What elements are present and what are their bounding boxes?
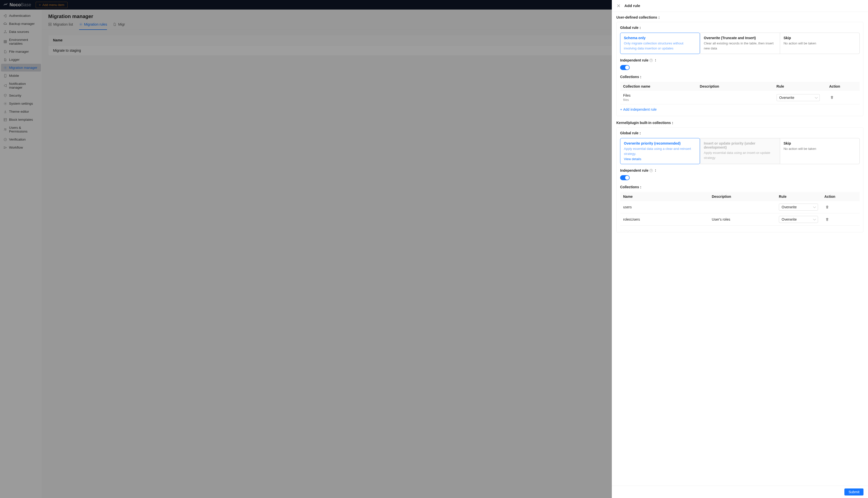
table-row: Filesfiles Overwrite bbox=[620, 91, 860, 104]
rule-select[interactable]: Overwrite bbox=[779, 216, 818, 223]
kernel-global-rule-cards: Overwrite priority (recommended) Apply e… bbox=[620, 138, 860, 164]
trash-icon bbox=[825, 218, 829, 221]
delete-button[interactable] bbox=[824, 204, 830, 210]
trash-icon bbox=[830, 96, 834, 100]
help-icon[interactable]: ? bbox=[649, 169, 653, 172]
add-rule-drawer: Add rule User-defined collections： Globa… bbox=[612, 0, 868, 498]
col-name: Name bbox=[620, 192, 709, 201]
delete-button[interactable] bbox=[824, 217, 830, 222]
rule-card-insert-update: Insert or update priority (under develop… bbox=[700, 138, 780, 164]
rule-select[interactable]: Overwrite bbox=[779, 204, 818, 211]
table-row: rolesUsers User's roles Overwrite bbox=[620, 213, 860, 226]
userdef-collections-table: Collection name Description Rule Action … bbox=[620, 82, 860, 104]
col-rule: Rule bbox=[774, 82, 826, 91]
drawer-title: Add rule bbox=[624, 3, 640, 8]
kernel-collections-table: Name Description Rule Action users Overw… bbox=[620, 192, 860, 226]
rule-card-skip[interactable]: Skip No action will be taken bbox=[780, 32, 860, 54]
col-rule: Rule bbox=[776, 192, 821, 201]
delete-button[interactable] bbox=[829, 95, 835, 101]
independent-rule-toggle[interactable] bbox=[620, 175, 630, 180]
rule-select[interactable]: Overwrite bbox=[777, 94, 820, 101]
trash-icon bbox=[825, 205, 829, 209]
rule-card-overwrite-priority[interactable]: Overwrite priority (recommended) Apply e… bbox=[620, 138, 700, 164]
col-desc: Description bbox=[709, 192, 776, 201]
independent-rule-toggle[interactable] bbox=[620, 65, 630, 70]
col-action: Action bbox=[821, 192, 860, 201]
rule-card-overwrite[interactable]: Overwrite (Truncate and Insert) Clear al… bbox=[700, 32, 780, 54]
view-details-link[interactable]: View details bbox=[624, 157, 641, 161]
rule-card-schema-only[interactable]: Schema only Only migrate collection stru… bbox=[620, 32, 700, 54]
independent-rule-label: Independent rule ?： bbox=[620, 168, 860, 173]
drawer-overlay[interactable]: Add rule User-defined collections： Globa… bbox=[0, 0, 868, 498]
table-row: users Overwrite bbox=[620, 201, 860, 213]
rule-card-kernel-skip[interactable]: Skip No action will be taken bbox=[780, 138, 860, 164]
collections-label: Collections： bbox=[620, 75, 860, 79]
col-action: Action bbox=[826, 82, 860, 91]
userdef-global-rule-cards: Schema only Only migrate collection stru… bbox=[620, 32, 860, 54]
col-desc: Description bbox=[697, 82, 773, 91]
kernel-heading: Kernel/plugin built-in collections： bbox=[616, 121, 864, 125]
close-button[interactable] bbox=[616, 3, 621, 8]
close-icon bbox=[617, 4, 620, 8]
add-independent-rule-link[interactable]: + Add independent rule bbox=[620, 107, 657, 112]
plus-icon: + bbox=[620, 107, 622, 112]
userdef-section: Global rule： Schema only Only migrate co… bbox=[616, 22, 864, 116]
kernel-section: Global rule： Overwrite priority (recomme… bbox=[616, 127, 864, 233]
help-icon[interactable]: ? bbox=[649, 59, 653, 62]
global-rule-label: Global rule： bbox=[620, 26, 860, 30]
submit-button[interactable]: Submit bbox=[844, 488, 864, 496]
global-rule-label: Global rule： bbox=[620, 131, 860, 135]
independent-rule-label: Independent rule ?： bbox=[620, 58, 860, 63]
collections-label: Collections： bbox=[620, 185, 860, 189]
userdef-heading: User-defined collections： bbox=[616, 15, 864, 20]
col-name: Collection name bbox=[620, 82, 697, 91]
